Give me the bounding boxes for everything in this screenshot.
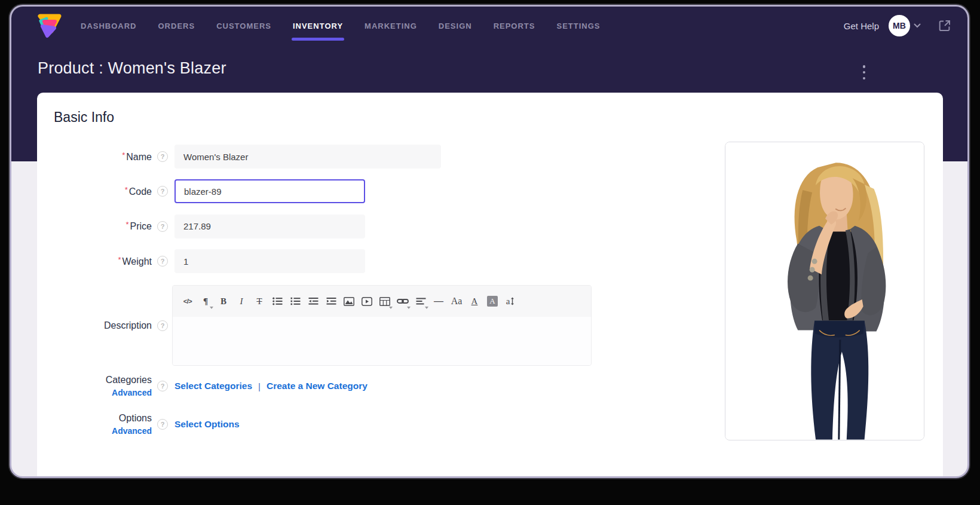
account-menu[interactable]: MB	[889, 15, 921, 36]
indent-icon[interactable]	[323, 292, 339, 310]
page-title-bar: Product : Women's Blazer	[38, 59, 941, 78]
editor-toolbar: </> ¶ B I T — Aa A A a	[173, 286, 591, 317]
help-icon[interactable]: ?	[157, 221, 168, 232]
help-icon[interactable]: ?	[157, 256, 168, 267]
nav-item-customers[interactable]: CUSTOMERS	[216, 22, 271, 30]
required-marker: *	[118, 255, 121, 264]
app-window: DASHBOARD ORDERS CUSTOMERS INVENTORY MAR…	[10, 5, 969, 478]
help-icon[interactable]: ?	[157, 186, 168, 197]
code-input[interactable]	[174, 179, 365, 203]
code-view-icon[interactable]: </>	[180, 292, 195, 310]
name-field-row: *Name ?	[53, 144, 441, 169]
categories-advanced-link[interactable]: Advanced	[53, 388, 152, 399]
insert-image-icon[interactable]	[341, 292, 357, 310]
select-categories-link[interactable]: Select Categories	[174, 381, 252, 391]
help-icon[interactable]: ?	[157, 151, 168, 162]
avatar[interactable]: MB	[889, 15, 910, 36]
categories-field-row: Categories Advanced ? Select Categories …	[53, 371, 368, 402]
paragraph-format-icon[interactable]: ¶	[198, 292, 213, 310]
section-heading: Basic Info	[54, 109, 114, 126]
options-label: Options	[119, 413, 152, 423]
options-advanced-link[interactable]: Advanced	[53, 426, 152, 437]
description-field-row: Description ?	[53, 315, 168, 336]
price-label: *Price	[53, 220, 152, 232]
required-marker: *	[125, 220, 128, 229]
nav-menu: DASHBOARD ORDERS CUSTOMERS INVENTORY MAR…	[81, 22, 601, 30]
insert-video-icon[interactable]	[359, 292, 375, 310]
top-navbar: DASHBOARD ORDERS CUSTOMERS INVENTORY MAR…	[11, 7, 967, 45]
nav-item-settings[interactable]: SETTINGS	[556, 22, 600, 30]
select-options-link[interactable]: Select Options	[174, 419, 240, 430]
weight-input[interactable]	[174, 249, 365, 273]
text-color-icon[interactable]: A	[467, 292, 482, 310]
nav-item-design[interactable]: DESIGN	[439, 22, 472, 30]
name-label: *Name	[53, 151, 152, 163]
bold-icon[interactable]: B	[216, 292, 231, 310]
description-label: Description	[53, 320, 152, 332]
price-field-row: *Price ?	[53, 214, 365, 238]
product-image	[725, 142, 924, 440]
nav-item-marketing[interactable]: MARKETING	[365, 22, 417, 30]
kebab-menu-icon[interactable]	[859, 65, 869, 79]
strikethrough-icon[interactable]: T	[252, 292, 267, 310]
description-editor: </> ¶ B I T — Aa A A a	[172, 285, 592, 366]
external-link-icon[interactable]	[938, 19, 952, 33]
font-family-icon[interactable]: Aa	[449, 292, 464, 310]
options-field-row: Options Advanced ? Select Options	[53, 409, 240, 440]
weight-field-row: *Weight ?	[53, 249, 365, 274]
price-input[interactable]	[174, 215, 365, 238]
background-color-icon[interactable]: A	[485, 292, 500, 310]
product-image-card	[725, 142, 924, 440]
ordered-list-icon[interactable]	[287, 292, 303, 310]
nav-item-dashboard[interactable]: DASHBOARD	[81, 22, 137, 30]
nav-right-cluster: Get Help MB	[844, 15, 952, 36]
line-height-icon[interactable]: a	[503, 292, 518, 310]
help-icon[interactable]: ?	[157, 381, 168, 391]
required-marker: *	[122, 151, 125, 160]
outdent-icon[interactable]	[305, 292, 321, 310]
insert-link-icon[interactable]	[395, 292, 411, 310]
basic-info-card: Basic Info *Name ? *Code ? *Price ? *Wei…	[37, 93, 943, 476]
horizontal-rule-icon[interactable]: —	[431, 292, 446, 310]
link-separator: |	[258, 381, 261, 391]
nav-item-inventory[interactable]: INVENTORY	[293, 22, 343, 30]
code-field-row: *Code ?	[53, 179, 365, 204]
help-icon[interactable]: ?	[157, 419, 168, 430]
get-help-link[interactable]: Get Help	[844, 21, 879, 31]
nav-item-orders[interactable]: ORDERS	[158, 22, 195, 30]
align-icon[interactable]	[413, 292, 428, 310]
volusion-logo-icon[interactable]	[36, 12, 63, 39]
categories-label: Categories	[106, 375, 152, 385]
help-icon[interactable]: ?	[157, 320, 168, 331]
page-title: Product : Women's Blazer	[38, 59, 226, 78]
weight-label: *Weight	[53, 255, 152, 268]
insert-table-icon[interactable]	[377, 292, 393, 310]
unordered-list-icon[interactable]	[270, 292, 285, 310]
required-marker: *	[125, 185, 128, 194]
nav-item-reports[interactable]: REPORTS	[494, 22, 535, 30]
name-input[interactable]	[174, 145, 441, 169]
create-new-category-link[interactable]: Create a New Category	[267, 381, 368, 391]
chevron-down-icon	[914, 23, 921, 28]
italic-icon[interactable]: I	[234, 292, 249, 310]
description-textarea[interactable]	[173, 317, 591, 366]
code-label: *Code	[53, 185, 152, 198]
